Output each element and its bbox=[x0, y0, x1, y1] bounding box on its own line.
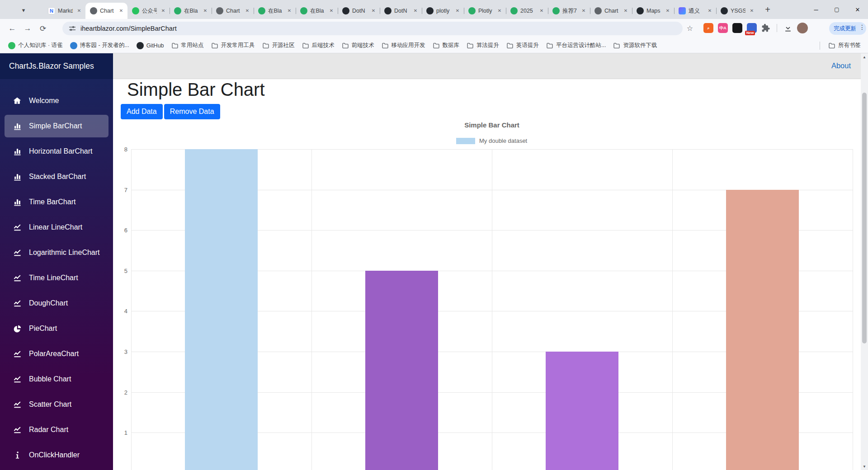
downloads-icon[interactable] bbox=[783, 24, 793, 33]
chart-legend[interactable]: My double dataset bbox=[456, 137, 527, 144]
tab-close-icon[interactable]: ✕ bbox=[202, 7, 209, 14]
tab-search-button[interactable]: ▾ bbox=[17, 4, 30, 16]
bookmark-item[interactable]: 移动应用开发 bbox=[378, 40, 429, 52]
translate-extension-icon[interactable]: 中A bbox=[718, 23, 728, 33]
close-window-button[interactable]: ✕ bbox=[847, 0, 868, 19]
sidebar-item-linear-linechart[interactable]: Linear LineChart bbox=[5, 216, 108, 239]
bookmark-item[interactable]: 博客园 - 开发者的... bbox=[66, 40, 133, 52]
extensions-puzzle-icon[interactable] bbox=[761, 24, 770, 33]
bookmark-label: 英语提升 bbox=[516, 42, 539, 49]
tab-close-icon[interactable]: ✕ bbox=[454, 7, 461, 14]
sidebar-item-bubble-chart[interactable]: Bubble Chart bbox=[5, 368, 108, 390]
back-button[interactable]: ← bbox=[5, 21, 20, 36]
browser-tab[interactable]: Maps✕ bbox=[632, 3, 674, 19]
minimize-button[interactable]: ─ bbox=[806, 0, 826, 19]
tab-close-icon[interactable]: ✕ bbox=[496, 7, 503, 14]
bookmark-item[interactable]: 后端技术 bbox=[298, 40, 338, 52]
bookmark-item[interactable]: 开发常用工具 bbox=[208, 40, 259, 52]
tab-close-icon[interactable]: ✕ bbox=[118, 7, 125, 14]
all-bookmarks[interactable]: 所有书签 bbox=[820, 40, 864, 52]
browser-tab[interactable]: 通义✕ bbox=[674, 3, 716, 19]
browser-tab[interactable]: 在Bla✕ bbox=[296, 3, 338, 19]
scroll-up-arrow[interactable]: ▲ bbox=[861, 53, 868, 61]
tab-close-icon[interactable]: ✕ bbox=[370, 7, 377, 14]
profile-avatar[interactable] bbox=[797, 23, 808, 33]
site-info-icon[interactable] bbox=[69, 25, 76, 32]
badged-extension-icon[interactable]: New bbox=[747, 23, 757, 33]
browser-tab[interactable]: 在Bla✕ bbox=[254, 3, 296, 19]
browser-tab[interactable]: 在Bla✕ bbox=[170, 3, 212, 19]
bookmark-item[interactable]: 数据库 bbox=[429, 40, 463, 52]
browser-tab[interactable]: Chart✕ bbox=[590, 3, 632, 19]
tab-close-icon[interactable]: ✕ bbox=[412, 7, 419, 14]
bookmark-star-icon[interactable]: ☆ bbox=[685, 24, 694, 33]
sidebar-item-scatter-chart[interactable]: Scatter Chart bbox=[5, 393, 108, 416]
tab-close-icon[interactable]: ✕ bbox=[706, 7, 713, 14]
bar-value-3[interactable] bbox=[546, 352, 618, 470]
browser-tab[interactable]: 2025✕ bbox=[506, 3, 548, 19]
bookmark-item[interactable]: 前端技术 bbox=[338, 40, 378, 52]
sidebar-item-welcome[interactable]: Welcome bbox=[5, 89, 108, 112]
scroll-down-arrow[interactable]: ▼ bbox=[861, 463, 868, 470]
browser-tab[interactable]: 推荐7✕ bbox=[548, 3, 590, 19]
address-bar[interactable]: iheartblazor.com/SimpleBarChart bbox=[62, 22, 683, 35]
sidebar-item-horizontal-barchart[interactable]: Horizontal BarChart bbox=[5, 140, 108, 163]
tab-close-icon[interactable]: ✕ bbox=[160, 7, 167, 14]
browser-tab[interactable]: Plotly✕ bbox=[464, 3, 506, 19]
sidebar-item-polarareachart[interactable]: PolarAreaChart bbox=[5, 343, 108, 365]
sidebar-item-piechart[interactable]: PieChart bbox=[5, 317, 108, 340]
bar-value-8[interactable] bbox=[185, 149, 258, 470]
browser-tab-active[interactable]: Chart✕ bbox=[85, 3, 127, 19]
green-favicon bbox=[132, 7, 139, 14]
tab-close-icon[interactable]: ✕ bbox=[580, 7, 587, 14]
bookmark-item[interactable]: 开源社区 bbox=[259, 40, 298, 52]
bar-chart-icon bbox=[13, 197, 22, 207]
tab-close-icon[interactable]: ✕ bbox=[286, 7, 293, 14]
bookmark-item[interactable]: 英语提升 bbox=[503, 40, 542, 52]
scrollbar-thumb[interactable] bbox=[862, 93, 867, 343]
browser-menu-button[interactable]: ⋮ bbox=[859, 24, 865, 31]
tab-close-icon[interactable]: ✕ bbox=[748, 7, 755, 14]
line-chart-icon bbox=[13, 425, 22, 434]
browser-tab[interactable]: DotN✕ bbox=[380, 3, 422, 19]
sidebar-item-stacked-barchart[interactable]: Stacked BarChart bbox=[5, 165, 108, 188]
bookmark-item[interactable]: 算法提升 bbox=[463, 40, 503, 52]
app-title[interactable]: ChartJs.Blazor Samples bbox=[9, 61, 94, 71]
maximize-button[interactable]: ▢ bbox=[826, 0, 847, 19]
bookmark-item[interactable]: 个人知识库 · 语雀 bbox=[5, 40, 66, 52]
cnblogs-icon bbox=[70, 42, 77, 49]
forward-button[interactable]: → bbox=[20, 21, 35, 36]
tab-close-icon[interactable]: ✕ bbox=[622, 7, 629, 14]
page-scrollbar[interactable]: ▲ ▼ bbox=[861, 53, 868, 470]
sidebar-item-onclickhandler[interactable]: OnClickHandler bbox=[5, 444, 108, 466]
tab-close-icon[interactable]: ✕ bbox=[244, 7, 251, 14]
bookmark-item[interactable]: 常用站点 bbox=[168, 40, 208, 52]
sidebar-item-label: DoughChart bbox=[29, 299, 68, 307]
tab-close-icon[interactable]: ✕ bbox=[75, 7, 83, 14]
sidebar-item-time-barchart[interactable]: Time BarChart bbox=[5, 191, 108, 213]
bookmark-item[interactable]: 资源软件下载 bbox=[609, 40, 660, 52]
sidebar-item-radar-chart[interactable]: Radar Chart bbox=[5, 418, 108, 441]
chart-canvas[interactable]: Simple Bar Chart My double dataset 12345… bbox=[113, 53, 861, 470]
tab-close-icon[interactable]: ✕ bbox=[538, 7, 545, 14]
search-extension-icon[interactable]: ⌕ bbox=[703, 23, 713, 33]
sidebar-item-logarithmic-linechart[interactable]: Logarithmic LineChart bbox=[5, 241, 108, 264]
browser-tab[interactable]: NMarkd✕ bbox=[43, 3, 85, 19]
bar-value-5[interactable] bbox=[365, 271, 438, 470]
bar-value-7[interactable] bbox=[726, 190, 799, 470]
tab-close-icon[interactable]: ✕ bbox=[664, 7, 671, 14]
dark-extension-icon[interactable] bbox=[732, 23, 742, 33]
reload-button[interactable]: ⟳ bbox=[35, 21, 51, 36]
new-tab-button[interactable]: + bbox=[761, 4, 774, 16]
browser-tab[interactable]: Chart✕ bbox=[212, 3, 254, 19]
browser-tab[interactable]: YSGS✕ bbox=[716, 3, 758, 19]
tab-close-icon[interactable]: ✕ bbox=[328, 7, 335, 14]
bookmark-item[interactable]: GitHub bbox=[133, 40, 168, 52]
browser-tab[interactable]: DotN✕ bbox=[338, 3, 380, 19]
browser-tab[interactable]: 公众号✕ bbox=[127, 3, 170, 19]
sidebar-item-doughchart[interactable]: DoughChart bbox=[5, 292, 108, 315]
sidebar-item-time-linechart[interactable]: Time LineChart bbox=[5, 267, 108, 289]
browser-tab[interactable]: plotly✕ bbox=[422, 3, 464, 19]
bookmark-item[interactable]: 平台运营设计酷站... bbox=[542, 40, 609, 52]
sidebar-item-simple-barchart[interactable]: Simple BarChart bbox=[5, 115, 108, 137]
